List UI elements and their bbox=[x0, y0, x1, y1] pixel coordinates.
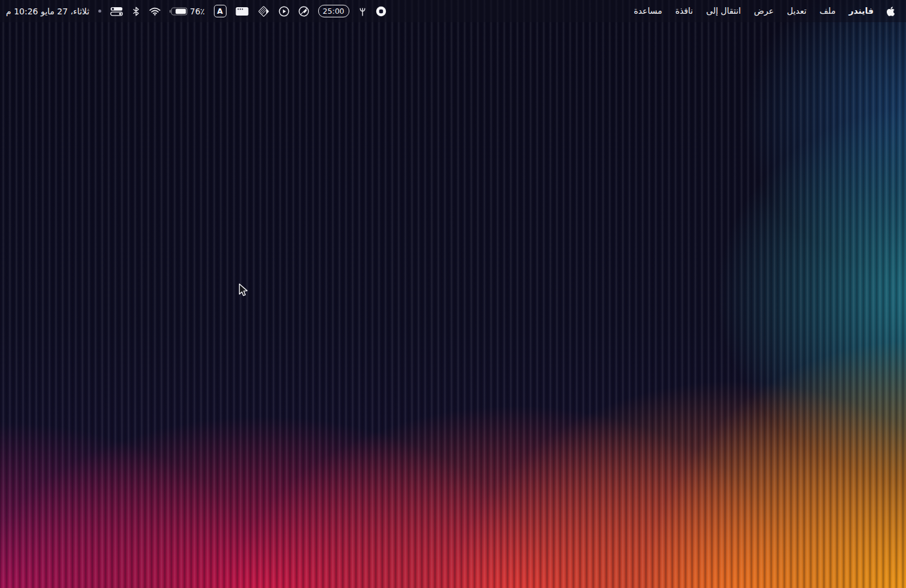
menu-edit[interactable]: تعديل bbox=[780, 0, 813, 22]
app-menus: فايندر ملف تعديل عرض انتقال إلى نافذة مس… bbox=[627, 0, 899, 22]
wifi-icon[interactable] bbox=[149, 7, 161, 16]
menu-go[interactable]: انتقال إلى bbox=[699, 0, 747, 22]
clock[interactable]: ثلاثاء، 27 مايو 10:26 م bbox=[5, 7, 89, 16]
menu-window[interactable]: نافذة bbox=[669, 0, 700, 22]
apple-menu[interactable] bbox=[880, 6, 899, 17]
control-center-icon[interactable] bbox=[110, 7, 123, 16]
apple-logo-icon bbox=[886, 6, 895, 17]
play-circle-icon[interactable] bbox=[279, 6, 289, 17]
menu-finder[interactable]: فايندر bbox=[842, 0, 880, 22]
battery-status[interactable]: 76٪ bbox=[170, 7, 204, 16]
status-dot bbox=[98, 10, 101, 13]
input-source-badge[interactable]: A bbox=[214, 5, 226, 17]
bluetooth-icon[interactable] bbox=[132, 7, 140, 16]
battery-icon bbox=[170, 7, 188, 16]
desktop: فايندر ملف تعديل عرض انتقال إلى نافذة مس… bbox=[0, 0, 906, 588]
menu-bar: فايندر ملف تعديل عرض انتقال إلى نافذة مس… bbox=[0, 0, 906, 22]
screenshot-diamond-icon[interactable] bbox=[258, 5, 270, 17]
keyboard-icon[interactable] bbox=[235, 7, 249, 16]
sprout-icon[interactable] bbox=[358, 7, 367, 16]
battery-percent-label: 76٪ bbox=[190, 7, 204, 16]
menu-view[interactable]: عرض bbox=[747, 0, 780, 22]
wallpaper bbox=[0, 0, 906, 588]
stop-record-icon[interactable] bbox=[376, 6, 386, 17]
status-area: 25:00 bbox=[5, 5, 386, 17]
pomodoro-timer-pill[interactable]: 25:00 bbox=[318, 5, 349, 17]
rocket-icon[interactable] bbox=[298, 6, 309, 17]
menu-file[interactable]: ملف bbox=[813, 0, 842, 22]
menu-help[interactable]: مساعدة bbox=[627, 0, 669, 22]
